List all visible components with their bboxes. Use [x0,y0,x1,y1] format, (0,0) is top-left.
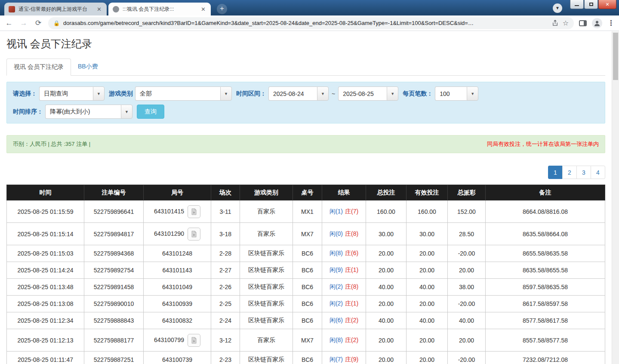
cell-total-bet-link[interactable]: 40.00 [366,312,407,329]
tab-betrecord[interactable]: 视讯 会员下注纪录 [6,59,71,76]
chevron-down-icon[interactable]: ▼ [467,86,478,101]
cell-result: 闲(8)庄(6) [322,245,366,262]
scrollbar-thumb[interactable] [613,33,618,80]
browser-tab-2[interactable]: :::视讯 会员下注纪录::: ✕ [108,3,211,15]
cell-bet-id: 522759892754 [84,262,144,279]
cell-session: 3-18 [211,223,240,245]
cell-time: 2025-08-25 01:15:14 [7,223,84,245]
game-type-select[interactable]: 全部 ▼ [135,86,232,101]
result-player: 闲(8) [330,336,343,343]
sort-select[interactable]: 降幂(由大到小) ▼ [45,105,132,119]
minimize-button[interactable] [570,0,584,9]
column-header: 总投注 [366,185,407,201]
result-player: 闲(1) [330,208,343,215]
tab-bb-tip[interactable]: BB小费 [71,59,105,76]
round-number: 643101248 [162,250,192,257]
refresh-icon[interactable]: ⟳ [34,19,43,28]
result-banker: 庄(2) [345,317,358,324]
forward-icon[interactable]: → [19,19,28,28]
round-number: 643100832 [162,317,192,324]
result-banker: 庄(6) [345,250,358,256]
maximize-button[interactable] [584,0,598,9]
tab-search-chevron-icon[interactable]: ▼ [553,3,562,13]
cell-time: 2025-08-25 01:14:24 [7,262,84,279]
cell-total-bet-link[interactable]: 20.00 [366,329,407,352]
page-button-4[interactable]: 4 [591,166,605,179]
cell-game-type: 百家乐 [240,329,293,352]
result-player: 闲(2) [330,283,343,290]
cell-total-bet-link[interactable]: 20.00 [366,296,407,312]
back-icon[interactable]: ← [4,19,14,28]
cell-valid-bet: 40.00 [407,279,448,296]
browser-tab-1[interactable]: 通宝-信誉最好的网上游戏平台 ✕ [4,3,107,15]
cell-result: 闲(2)庄(8) [322,279,366,296]
page-size-select[interactable]: 100 ▼ [435,86,478,101]
cell-time: 2025-08-25 01:12:34 [7,312,84,329]
cell-payout: -20.00 [448,245,486,262]
cell-payout: -20.00 [448,352,486,364]
date-separator: ~ [332,90,335,97]
side-panel-icon[interactable] [579,20,587,26]
cell-total-bet-link[interactable]: 20.00 [366,352,407,364]
pagination: 1234 [6,166,605,179]
cell-table-no: BC6 [293,245,322,262]
table-row: 2025-08-25 01:12:34522759888843643100832… [7,312,605,329]
cell-time: 2025-08-25 01:15:03 [7,245,84,262]
result-banker: 庄(8) [345,230,358,237]
cell-bet-id: 522759888843 [84,312,144,329]
query-button[interactable]: 查询 [137,105,164,119]
page-button-3[interactable]: 3 [576,166,591,179]
chevron-down-icon[interactable]: ▼ [220,86,232,101]
browser-menu-icon[interactable]: ⋮ [607,19,615,28]
video-replay-icon[interactable] [188,334,200,347]
page-scrollbar[interactable] [612,31,619,364]
cell-result: 闲(1)庄(7) [322,201,366,223]
filter-panel: 请选择： 日期查询 ▼ 游戏类别 全部 ▼ 时间区间： 2025-08-24 ▼… [6,82,605,123]
lock-icon: 🔒 [53,20,60,26]
browser-titlebar: 通宝-信誉最好的网上游戏平台 ✕ :::视讯 会员下注纪录::: ✕ + ▼ ✕ [0,0,619,15]
cell-valid-bet: 30.00 [407,223,448,245]
bookmark-star-icon[interactable]: ☆ [563,19,569,27]
cell-session: 2-23 [211,352,240,364]
cell-session: 2-28 [211,245,240,262]
chevron-down-icon[interactable]: ▼ [317,86,329,101]
chevron-down-icon[interactable]: ▼ [93,86,105,101]
url-text[interactable]: dorasabs.com/game/betrecord_search/kind3… [63,20,548,26]
cell-total-bet-link[interactable]: 160.00 [366,201,407,223]
video-replay-icon[interactable] [188,228,200,241]
cell-table-no: BC6 [293,352,322,364]
bet-record-table: 时间注单编号局号场次游戏类别桌号结果总投注有效投注总派彩备注 2025-08-2… [6,185,605,364]
result-player: 闲(2) [330,300,343,307]
page-button-2[interactable]: 2 [562,166,577,179]
chevron-down-icon[interactable]: ▼ [121,105,132,119]
cell-total-bet-link[interactable]: 20.00 [366,245,407,262]
cell-total-bet-link[interactable]: 20.00 [366,262,407,279]
cell-table-no: MX7 [293,329,322,352]
cell-table-no: BC6 [293,296,322,312]
page-title: 视讯 会员下注纪录 [6,37,605,51]
result-banker: 庄(9) [345,356,358,363]
cell-bet-id: 522759894368 [84,245,144,262]
date-start-select[interactable]: 2025-08-24 ▼ [268,86,329,101]
page-tabs: 视讯 会员下注纪录 BB小费 [6,59,605,76]
video-replay-icon[interactable] [188,205,200,218]
query-type-select[interactable]: 日期查询 ▼ [39,86,105,101]
column-header: 场次 [211,185,240,201]
chevron-down-icon[interactable]: ▼ [387,86,398,101]
cell-total-bet-link[interactable]: 30.00 [366,223,407,245]
close-button[interactable]: ✕ [598,0,616,9]
cell-bet-id: 522759894817 [84,223,144,245]
new-tab-button[interactable]: + [217,4,227,14]
page-size-label: 每页笔数： [403,90,433,98]
date-end-select[interactable]: 2025-08-25 ▼ [338,86,398,101]
share-icon[interactable] [552,20,558,26]
cell-total-bet-link[interactable]: 40.00 [366,279,407,296]
profile-avatar[interactable] [592,18,602,28]
cell-result: 闲(9)庄(1) [322,262,366,279]
page-button-1[interactable]: 1 [548,166,563,179]
tab-close-icon[interactable]: ✕ [96,6,102,13]
sort-label: 时间排序： [13,108,43,116]
cell-bet-id: 522759891458 [84,279,144,296]
address-bar[interactable]: 🔒 dorasabs.com/game/betrecord_search/kin… [48,17,574,29]
tab-close-icon[interactable]: ✕ [200,6,206,13]
